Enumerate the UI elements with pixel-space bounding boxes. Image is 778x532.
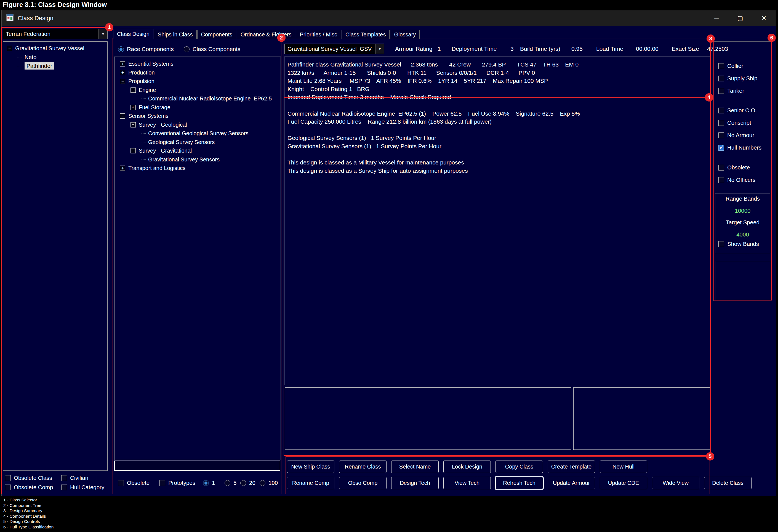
checkbox-icon[interactable] [118,480,124,486]
view-tech-button[interactable]: View Tech [443,477,491,489]
component-tree-item[interactable]: −Propulsion [120,77,281,86]
close-button[interactable]: ✕ [752,10,776,26]
component-tree-item[interactable]: Conventional Geological Survey Sensors [141,129,281,138]
wide-view-button[interactable]: Wide View [652,477,699,489]
component-tree-item[interactable]: Commercial Nuclear Radioisotope Engine E… [141,94,281,103]
checkbox-icon[interactable] [159,480,165,486]
radio-icon[interactable] [240,480,246,486]
radio-icon[interactable] [184,46,189,52]
collapse-icon[interactable]: − [120,79,125,84]
checkbox-icon[interactable] [718,133,724,138]
component-filter-input[interactable] [114,461,280,471]
rename-class-button[interactable]: Rename Class [339,461,387,473]
radio-selected-icon[interactable] [118,46,124,52]
prototypes-checkbox[interactable]: Prototypes [159,479,195,486]
tab-class-design[interactable]: Class Design [113,29,153,39]
class-tree-root[interactable]: − Gravitational Survey Vessel [7,44,107,53]
component-tree-item[interactable]: −Survey - Geological [131,121,281,130]
tab-ordnance-fighters[interactable]: Ordnance & Fighters [237,30,296,39]
component-tree-item[interactable]: −Survey - Gravitational [131,147,281,155]
component-tree-item[interactable]: Geological Survey Sensors [141,138,281,147]
class-components-radio[interactable]: Class Components [184,46,240,53]
race-components-radio[interactable]: Race Components [118,46,174,53]
multiplier-radio-1[interactable]: 1 [203,479,215,486]
component-tree-item[interactable]: Gravitational Survey Sensors [141,155,281,164]
checkbox-icon[interactable] [5,484,11,490]
expand-icon[interactable]: + [131,105,136,110]
checkbox-icon[interactable] [718,165,724,170]
collapse-icon[interactable]: − [120,113,125,119]
multiplier-radio-5[interactable]: 5 [225,479,236,486]
multiplier-radio-20[interactable]: 20 [240,479,255,486]
checkbox-icon[interactable] [5,475,11,481]
new-ship-class-button[interactable]: New Ship Class [287,461,334,473]
component-tree-item[interactable]: +Fuel Storage [131,103,281,112]
rename-comp-button[interactable]: Rename Comp [287,477,334,489]
component-tree-item[interactable]: +Essential Systems [120,60,281,68]
checkbox-icon[interactable] [718,241,724,247]
filter-checkbox-hull-category[interactable]: Hull Category [61,484,104,490]
design-tech-button[interactable]: Design Tech [391,477,439,489]
expand-icon[interactable]: + [120,61,125,67]
checkbox-icon[interactable] [61,484,67,490]
tab-ships-in-class[interactable]: Ships in Class [154,30,197,39]
multiplier-radio-100[interactable]: 100 [259,479,278,486]
refresh-tech-button[interactable]: Refresh Tech [495,477,543,489]
hull-checkbox-senior-c-o[interactable]: Senior C.O. [718,107,757,114]
checkbox-icon[interactable] [718,177,724,183]
lock-design-button[interactable]: Lock Design [443,461,491,473]
hull-checkbox-collier[interactable]: Collier [718,63,743,69]
component-tree-item[interactable]: +Production [120,68,281,77]
chevron-down-icon[interactable]: ▾ [98,29,107,39]
component-tree-item[interactable]: +Transport and Logistics [120,164,281,173]
minimize-button[interactable]: ─ [705,10,728,26]
collapse-icon[interactable]: − [131,122,136,128]
checkbox-icon[interactable] [718,120,724,126]
hull-checkbox-supply-ship[interactable]: Supply Ship [718,75,757,82]
chevron-down-icon[interactable]: ▾ [375,44,384,54]
collapse-icon[interactable]: − [131,148,136,153]
select-name-button[interactable]: Select Name [391,461,439,473]
expand-icon[interactable]: + [120,166,125,171]
component-tree-item[interactable]: −Sensor Systems [120,112,281,121]
collapse-icon[interactable]: − [131,87,136,93]
new-hull-button[interactable]: New Hull [600,461,647,473]
update-cde-button[interactable]: Update CDE [600,477,647,489]
filter-checkbox-obsolete-class[interactable]: Obsolete Class [5,475,52,481]
target-speed-value[interactable]: 4000 [715,231,770,238]
hull-checkbox-tanker[interactable]: Tanker [718,87,744,94]
show-bands-checkbox[interactable]: Show Bands [718,241,759,247]
radio-selected-icon[interactable] [203,480,209,486]
component-tree-item[interactable]: −Engine [131,86,281,95]
collapse-icon[interactable]: − [7,46,12,51]
update-armour-button[interactable]: Update Armour [548,477,595,489]
checkbox-icon[interactable] [718,76,724,81]
checkbox-icon[interactable] [718,63,724,69]
copy-class-button[interactable]: Copy Class [495,461,543,473]
window-titlebar[interactable] [2,10,776,26]
checkbox-icon[interactable] [718,88,724,94]
hull-checkbox-conscript[interactable]: Conscript [718,120,751,126]
checkbox-checked-icon[interactable]: ✓ [718,145,724,151]
hull-checkbox-no-officers[interactable]: No Officers [718,176,755,183]
filter-checkbox-obsolete-comp[interactable]: Obsolete Comp [5,484,53,490]
class-dropdown[interactable]: Gravitational Survey Vessel GSV ▾ [285,44,384,54]
maximize-button[interactable]: ▢ [728,10,752,26]
obso-comp-button[interactable]: Obso Comp [339,477,387,489]
create-template-button[interactable]: Create Template [548,461,595,473]
delete-class-button[interactable]: Delete Class [704,477,752,489]
class-tree-item-pathfinder[interactable]: Pathfinder [17,62,107,70]
tab-glossary[interactable]: Glossary [390,30,419,39]
class-tree-item-neto[interactable]: Neto [17,53,107,62]
range-bands-value[interactable]: 10000 [715,208,770,214]
expand-icon[interactable]: + [120,70,125,75]
filter-checkbox-civilian[interactable]: Civilian [61,475,88,481]
checkbox-icon[interactable] [61,475,67,481]
hull-checkbox-hull-numbers[interactable]: ✓Hull Numbers [718,144,762,151]
race-dropdown[interactable]: Terran Federation ▾ [3,29,107,39]
hull-checkbox-obsolete[interactable]: Obsolete [718,164,750,171]
obsolete-checkbox[interactable]: Obsolete [118,479,150,486]
tab-priorities-misc[interactable]: Priorities / Misc [296,30,341,39]
hull-checkbox-no-armour[interactable]: No Armour [718,132,754,139]
checkbox-icon[interactable] [718,107,724,113]
